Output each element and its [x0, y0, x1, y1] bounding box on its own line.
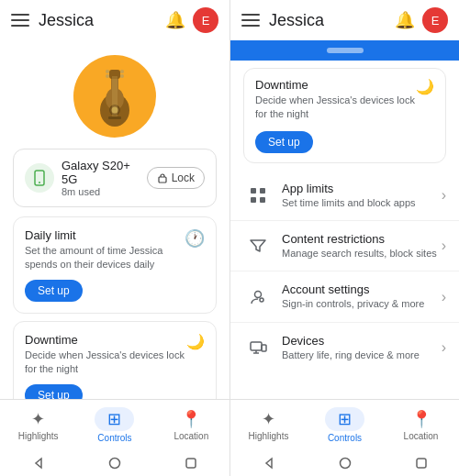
svg-rect-22	[260, 188, 265, 194]
recents-button-right[interactable]	[412, 454, 431, 472]
chevron-devices: ›	[442, 339, 446, 356]
devices-item[interactable]: Devices Battery life, ring device & more…	[230, 323, 459, 372]
svg-point-16	[39, 182, 40, 183]
phone-icon	[31, 170, 48, 186]
scroll-indicator	[327, 48, 364, 53]
svg-rect-10	[108, 116, 121, 119]
lock-icon	[157, 172, 168, 183]
svg-rect-24	[260, 197, 265, 203]
controls-pill-left: ⊞	[95, 407, 134, 431]
content-filter-icon	[249, 237, 267, 255]
devices-list-icon	[249, 338, 267, 357]
left-content: Galaxy S20+ 5G 8m used Lock Daily limit …	[0, 40, 230, 399]
apps-grid-icon	[249, 186, 267, 205]
svg-point-9	[120, 74, 124, 78]
filter-icon	[243, 237, 273, 255]
menu-icon[interactable]	[11, 14, 29, 27]
svg-point-19	[109, 459, 119, 469]
content-restrictions-title: Content restrictions	[282, 232, 442, 246]
daily-limit-title: Daily limit	[25, 228, 185, 242]
svg-point-14	[112, 107, 118, 114]
downtime-card-left: Downtime Decide when Jessica's devices l…	[13, 321, 217, 399]
controls-pill-right: ⊞	[325, 407, 364, 431]
nav-location-right[interactable]: 📍 Location	[383, 400, 459, 450]
bell-icon-right[interactable]: 🔔	[395, 10, 415, 30]
svg-rect-21	[251, 188, 256, 194]
back-button-left[interactable]	[29, 454, 48, 472]
highlights-icon-right: ✦	[262, 409, 275, 429]
left-bottom-nav: ✦ Highlights ⊞ Controls 📍 Location	[0, 399, 230, 450]
downtime-setup-button-left[interactable]: Set up	[25, 384, 83, 399]
account-settings-title: Account settings	[282, 282, 442, 296]
highlights-pill-right: ✦	[262, 409, 275, 429]
device-icon-wrap	[25, 163, 54, 193]
bell-icon-left[interactable]: 🔔	[165, 10, 185, 30]
chevron-account-settings: ›	[442, 289, 446, 305]
avatar-right[interactable]: E	[422, 7, 448, 33]
guitar-illustration	[90, 64, 140, 128]
app-limits-title: App limits	[282, 182, 442, 195]
nav-controls-left[interactable]: ⊞ Controls	[76, 400, 152, 450]
daily-limit-desc: Set the amount of time Jessica spends on…	[25, 244, 185, 272]
downtime-title-left: Downtime	[25, 333, 186, 347]
scroll-top-blue	[230, 40, 459, 61]
app-limits-item[interactable]: App limits Set time limits and block app…	[230, 171, 459, 221]
moon-icon-left: 🌙	[186, 333, 205, 350]
chevron-content-restrictions: ›	[442, 238, 446, 254]
account-settings-content: Account settings Sign-in controls, priva…	[282, 282, 442, 310]
avatar-left[interactable]: E	[193, 7, 218, 33]
right-content: Downtime Decide when Jessica's devices l…	[230, 40, 459, 399]
content-restrictions-item[interactable]: Content restrictions Manage search resul…	[230, 221, 459, 271]
menu-icon-right[interactable]	[241, 14, 260, 27]
svg-marker-18	[36, 459, 41, 468]
location-pill-left: 📍	[181, 409, 201, 429]
left-header: Jessica 🔔 E	[0, 0, 230, 40]
highlights-pill-left: ✦	[31, 409, 45, 429]
highlights-icon-left: ✦	[31, 409, 45, 429]
devices-icon	[243, 338, 273, 357]
home-button-left[interactable]	[106, 454, 124, 472]
sys-nav-left	[0, 450, 230, 476]
nav-highlights-right[interactable]: ✦ Highlights	[230, 400, 307, 450]
downtime-card-right: Downtime Decide when Jessica's devices l…	[243, 68, 446, 163]
daily-limit-header: Daily limit Set the amount of time Jessi…	[25, 228, 205, 280]
recents-button-left[interactable]	[182, 454, 200, 472]
sys-nav-right	[230, 450, 459, 476]
devices-content: Devices Battery life, ring device & more	[282, 334, 442, 361]
devices-desc: Battery life, ring device & more	[282, 349, 442, 361]
svg-point-7	[106, 74, 109, 78]
lock-button[interactable]: Lock	[147, 167, 205, 189]
device-name: Galaxy S20+ 5G	[62, 159, 147, 186]
downtime-right-text: Downtime Decide when Jessica's devices l…	[255, 78, 416, 129]
downtime-setup-button-right[interactable]: Set up	[255, 131, 313, 153]
content-restrictions-desc: Manage search results, block sites	[282, 247, 442, 260]
controls-icon-right: ⊞	[338, 409, 352, 429]
device-card: Galaxy S20+ 5G 8m used Lock	[13, 149, 217, 207]
downtime-desc-left: Decide when Jessica's devices lock for t…	[25, 349, 186, 377]
svg-marker-31	[266, 459, 272, 468]
right-header: Jessica 🔔 E	[230, 0, 459, 40]
downtime-title-right: Downtime	[255, 78, 416, 92]
controls-icon-left: ⊞	[107, 409, 121, 429]
account-settings-item[interactable]: Account settings Sign-in controls, priva…	[230, 271, 459, 322]
svg-point-6	[106, 70, 109, 73]
device-info: Galaxy S20+ 5G 8m used	[62, 159, 147, 197]
nav-highlights-left[interactable]: ✦ Highlights	[0, 400, 76, 450]
daily-limit-setup-button[interactable]: Set up	[25, 280, 83, 302]
guitar-circle	[73, 55, 156, 138]
svg-rect-27	[251, 342, 262, 350]
left-header-title: Jessica	[39, 11, 165, 30]
nav-location-left[interactable]: 📍 Location	[153, 400, 230, 450]
guitar-area	[0, 40, 230, 149]
location-icon-left: 📍	[181, 409, 201, 429]
controls-label-right: Controls	[328, 433, 362, 443]
home-button-right[interactable]	[336, 454, 354, 472]
app-limits-content: App limits Set time limits and block app…	[282, 182, 442, 209]
nav-controls-right[interactable]: ⊞ Controls	[307, 400, 383, 450]
svg-point-32	[340, 459, 350, 469]
location-label-left: Location	[174, 431, 208, 441]
svg-point-8	[120, 70, 124, 73]
back-button-right[interactable]	[260, 454, 278, 472]
moon-icon-right: 🌙	[416, 78, 434, 95]
downtime-text-left: Downtime Decide when Jessica's devices l…	[25, 333, 186, 384]
